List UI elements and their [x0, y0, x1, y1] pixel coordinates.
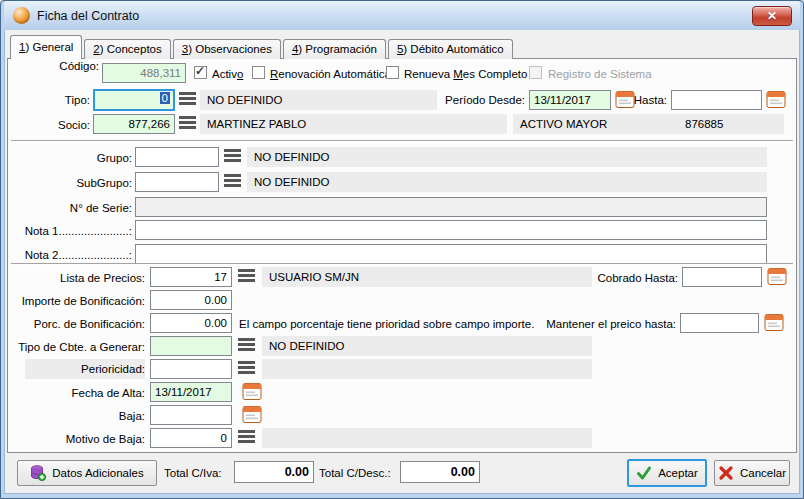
perioricidad-label: Perioricidad: — [25, 359, 145, 379]
subgrupo-lookup-button[interactable] — [224, 174, 241, 189]
socio-numero: 876885 — [685, 114, 723, 134]
socio-label: Socio: — [8, 118, 90, 132]
nota2-label: Nota 2......................: — [8, 248, 132, 262]
title-bar: Ficha del Contrato ✕ — [4, 1, 800, 30]
datos-adicionales-button[interactable]: Datos Adicionales — [17, 460, 157, 486]
hasta-label: Hasta: — [622, 93, 667, 107]
renovacion-automatica-label: Renovación Automática — [270, 67, 391, 81]
baja-label: Baja: — [8, 409, 145, 423]
renueva-mes-completo-checkbox[interactable] — [386, 66, 399, 79]
total-iva-field — [234, 461, 314, 483]
aceptar-label: Aceptar — [658, 467, 698, 479]
aceptar-button[interactable]: Aceptar — [627, 459, 707, 487]
periodo-desde-field[interactable] — [529, 90, 611, 110]
cobrado-hasta-field[interactable] — [682, 267, 762, 287]
lista-precios-lookup-button[interactable] — [238, 269, 255, 284]
tab-programacion[interactable]: 4) Programación — [283, 39, 386, 59]
tipo-value: 0 — [160, 92, 170, 104]
database-plus-icon — [30, 465, 46, 481]
codigo-label: Código: — [8, 59, 99, 73]
perioricidad-lookup-button[interactable] — [238, 361, 255, 376]
nota2-field[interactable] — [135, 244, 767, 264]
importe-bonificacion-field[interactable] — [150, 290, 232, 310]
tipo-cbte-label: Tipo de Cbte. a Generar: — [8, 340, 145, 354]
grupo-lookup-button[interactable] — [224, 149, 241, 164]
fecha-alta-calendar-icon[interactable] — [242, 382, 263, 401]
total-desc-label: Total C/Desc.: — [319, 466, 391, 480]
hasta-calendar-icon[interactable] — [766, 90, 787, 109]
cobrado-hasta-calendar-icon[interactable] — [767, 267, 788, 286]
perioricidad-field[interactable] — [150, 359, 232, 379]
activo-checkbox[interactable]: ✓ — [194, 66, 207, 79]
cancelar-label: Cancelar — [740, 467, 786, 479]
tipo-description: NO DEFINIDO — [200, 90, 437, 110]
dialog-body: 1) General 2) Conceptos 3) Observaciones… — [4, 30, 800, 494]
codigo-field[interactable] — [102, 63, 186, 83]
tipo-lookup-button[interactable] — [179, 92, 196, 107]
tab-conceptos[interactable]: 2) Conceptos — [84, 39, 170, 59]
tipo-cbte-description: NO DEFINIDO — [262, 336, 592, 356]
socio-field[interactable] — [93, 114, 175, 134]
app-icon — [13, 7, 30, 24]
lista-precios-label: Lista de Precios: — [8, 271, 145, 285]
tipo-cbte-lookup-button[interactable] — [238, 338, 255, 353]
grupo-label: Grupo: — [8, 151, 132, 165]
hasta-field[interactable] — [671, 90, 762, 110]
separator — [11, 140, 793, 142]
grupo-field[interactable] — [135, 147, 219, 167]
mantener-precio-label: Mantener el preico hasta: — [528, 317, 676, 331]
tab-debito-automatico[interactable]: 5) Débito Automático — [388, 39, 513, 59]
datos-adicionales-label: Datos Adicionales — [52, 467, 143, 479]
total-iva-label: Total C/Iva: — [164, 466, 222, 480]
grupo-description: NO DEFINIDO — [247, 147, 767, 167]
mantener-precio-field[interactable] — [680, 313, 759, 333]
close-button[interactable]: ✕ — [752, 6, 792, 26]
lista-precios-description: USUARIO SM/JN — [262, 267, 592, 287]
periodo-desde-label: Período Desde: — [428, 93, 525, 107]
porc-bonificacion-label: Porc. de Bonificación: — [8, 317, 145, 331]
socio-lookup-button[interactable] — [179, 116, 196, 131]
baja-calendar-icon[interactable] — [242, 405, 263, 424]
fecha-alta-label: Fecha de Alta: — [8, 386, 145, 400]
registro-de-sistema-label: Registro de Sistema — [548, 67, 652, 81]
ficha-del-contrato-dialog: Ficha del Contrato ✕ 1) General 2) Conce… — [0, 0, 804, 499]
perioricidad-description — [262, 359, 592, 379]
renovacion-automatica-checkbox[interactable] — [252, 66, 265, 79]
activo-label: Activo — [212, 67, 243, 81]
x-icon — [718, 465, 734, 481]
motivo-baja-lookup-button[interactable] — [238, 430, 255, 445]
subgrupo-label: SubGrupo: — [8, 176, 132, 190]
socio-nombre: MARTINEZ PABLO — [200, 114, 507, 134]
fecha-alta-field[interactable] — [150, 382, 232, 402]
motivo-baja-label: Motivo de Baja: — [8, 432, 145, 446]
tab-observaciones[interactable]: 3) Observaciones — [173, 39, 281, 59]
tipo-input[interactable]: 0 — [93, 89, 175, 111]
subgrupo-field[interactable] — [135, 172, 219, 192]
registro-de-sistema-checkbox — [529, 66, 542, 79]
total-desc-field — [400, 461, 480, 483]
motivo-baja-field[interactable] — [150, 428, 232, 448]
tipo-cbte-field[interactable] — [150, 336, 232, 356]
mantener-precio-calendar-icon[interactable] — [764, 313, 785, 332]
motivo-baja-description — [262, 428, 592, 448]
check-icon: ✓ — [195, 66, 206, 77]
tab-bar: 1) General 2) Conceptos 3) Observaciones… — [5, 34, 799, 58]
porc-bonificacion-field[interactable] — [150, 313, 232, 333]
nota1-label: Nota 1......................: — [8, 224, 132, 238]
nota1-field[interactable] — [135, 220, 767, 240]
tab-page-general: Código: ✓ Activo Renovación Automática R… — [7, 58, 797, 453]
serie-label: N° de Serie: — [8, 201, 132, 215]
lista-precios-field[interactable] — [150, 267, 232, 287]
baja-field[interactable] — [150, 405, 232, 425]
tab-general[interactable]: 1) General — [10, 35, 82, 59]
tipo-label: Tipo: — [8, 93, 90, 107]
cancelar-button[interactable]: Cancelar — [714, 460, 790, 486]
socio-info-strip: ACTIVO MAYOR876885 — [513, 114, 784, 134]
socio-categoria: ACTIVO MAYOR — [520, 114, 607, 134]
cobrado-hasta-label: Cobrado Hasta: — [548, 271, 678, 285]
window-title: Ficha del Contrato — [37, 9, 139, 23]
porcentaje-note: El campo porcentaje tiene prioridad sobr… — [239, 317, 534, 331]
importe-bonificacion-label: Importe de Bonificación: — [8, 294, 145, 308]
subgrupo-description: NO DEFINIDO — [247, 172, 767, 192]
serie-field — [135, 197, 767, 217]
